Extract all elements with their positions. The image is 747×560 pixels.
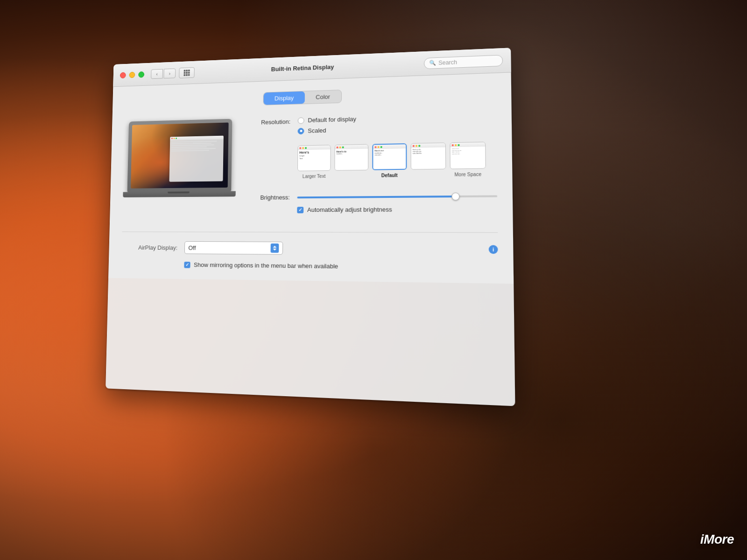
scale-preview-body-5: Here's to the ones who are diff rules. A…	[450, 147, 485, 168]
sp-dot-r	[374, 146, 376, 148]
scale-thumb-default[interactable]: Here's to t troublemai... ones who... De…	[372, 143, 407, 178]
chevron-up-icon	[273, 246, 277, 248]
tab-bar: Display Color	[125, 84, 496, 110]
content-area: Display Color	[108, 72, 514, 284]
mini-close-dot	[171, 138, 173, 139]
back-button[interactable]: ‹	[151, 69, 163, 79]
grid-dot	[188, 70, 190, 71]
airplay-row: AirPlay Display: Off i	[121, 241, 498, 256]
macbook-base	[123, 191, 235, 197]
brightness-slider[interactable]	[297, 195, 498, 198]
resolution-default-radio[interactable]	[298, 117, 304, 124]
mirror-row: Show mirroring options in the menu bar w…	[184, 261, 498, 272]
maximize-button[interactable]	[138, 71, 144, 78]
close-button[interactable]	[120, 72, 126, 78]
scale-options: Here's Larger Text Larger Text	[297, 141, 497, 179]
sp-dot-r	[413, 145, 415, 147]
bottom-section: AirPlay Display: Off i Show mirroring op…	[121, 231, 498, 272]
back-icon: ‹	[156, 71, 158, 76]
search-placeholder-text: Search	[438, 59, 457, 66]
auto-brightness-label: Automatically adjust brightness	[307, 206, 392, 213]
scale-thumb-larger[interactable]: Here's Larger Text Larger Text	[297, 145, 331, 179]
auto-brightness-checkbox[interactable]	[297, 207, 303, 213]
sp-dot-y	[339, 146, 341, 148]
main-section: Resolution: Default for display Scaled	[122, 112, 497, 214]
scale-preview-body: Here's Larger Text	[298, 149, 331, 171]
scale-preview-more-space: Here's to the ones who are diff rules. A…	[450, 142, 486, 169]
brightness-thumb[interactable]	[452, 192, 460, 200]
airplay-dropdown[interactable]: Off	[184, 241, 283, 255]
forward-icon: ›	[169, 70, 171, 76]
scale-preview-body-2: Here's to troublem...	[335, 149, 368, 170]
grid-dot	[186, 74, 188, 76]
mirror-label: Show mirroring options in the menu bar w…	[194, 261, 338, 270]
chevron-down-icon	[273, 249, 276, 251]
minimize-button[interactable]	[129, 71, 135, 77]
grid-dot	[184, 70, 186, 71]
search-icon: 🔍	[429, 60, 436, 66]
scale-preview-medium-small: Here's to the ones who are rules. And th…	[411, 142, 446, 169]
grid-dot	[184, 72, 186, 74]
display-preferences-window: ‹ › Built-in Retina Display 🔍 Search	[106, 48, 515, 406]
resolution-scaled-label: Scaled	[308, 127, 326, 134]
tab-display[interactable]: Display	[264, 91, 305, 105]
sp-dot-y	[416, 145, 417, 147]
resolution-label: Resolution:	[250, 117, 290, 126]
resolution-options: Default for display Scaled	[298, 115, 356, 134]
sp-dot-y	[378, 146, 380, 148]
scale-preview-default: Here's to t troublemai... ones who...	[372, 143, 407, 170]
resolution-row: Resolution: Default for display Scaled	[250, 112, 497, 135]
settings-panel: Resolution: Default for display Scaled	[249, 112, 498, 213]
sp-dot-r	[452, 144, 454, 146]
scale-preview-medium-large: Here's to troublem...	[334, 144, 368, 171]
auto-brightness-row: Automatically adjust brightness	[297, 205, 497, 213]
resolution-scaled-radio[interactable]	[298, 128, 304, 134]
macbook-mini-content	[169, 139, 223, 154]
forward-button[interactable]: ›	[163, 68, 176, 78]
scale-preview-body-4: Here's to the ones who are rules. And th…	[411, 147, 446, 169]
macbook-screen	[131, 123, 229, 189]
grid-dot	[186, 72, 188, 74]
mini-minimize-dot	[173, 138, 175, 139]
airplay-dropdown-value: Off	[188, 244, 267, 252]
scale-label-larger: Larger Text	[303, 174, 326, 179]
all-preferences-button[interactable]	[179, 67, 195, 78]
sp-dot-g	[458, 144, 459, 146]
grid-dot	[183, 74, 185, 76]
scale-label-default: Default	[381, 173, 398, 178]
grid-dot	[188, 74, 190, 76]
info-icon[interactable]: i	[489, 245, 498, 254]
brightness-label: Brightness:	[249, 194, 290, 201]
scale-preview-body-3: Here's to t troublemai... ones who...	[373, 148, 406, 169]
dropdown-arrows-icon	[271, 244, 279, 253]
grid-dot	[186, 70, 188, 71]
airplay-label: AirPlay Display:	[122, 244, 178, 251]
search-box[interactable]: 🔍 Search	[424, 55, 503, 69]
tab-color[interactable]: Color	[305, 90, 341, 104]
mini-maximize-dot	[176, 138, 177, 139]
scale-label-more-space: More Space	[454, 172, 481, 177]
resolution-default-option[interactable]: Default for display	[298, 115, 356, 124]
nav-buttons: ‹ ›	[151, 68, 176, 79]
macbook-screen-window	[169, 135, 224, 182]
scale-thumb-medium-large[interactable]: Here's to troublem...	[334, 144, 368, 179]
sp-dot-r	[337, 146, 338, 148]
window-title: Built-in Retina Display	[271, 63, 334, 73]
macbook-body	[127, 119, 233, 192]
sp-dot-g	[418, 145, 420, 147]
sp-dot-r	[299, 147, 301, 149]
grid-icon	[183, 70, 190, 76]
tab-group: Display Color	[263, 90, 342, 105]
imore-watermark: iMore	[700, 532, 734, 547]
sp-dot-y	[455, 144, 457, 146]
mirror-checkbox[interactable]	[184, 261, 190, 268]
scale-thumb-medium-small[interactable]: Here's to the ones who are rules. And th…	[411, 142, 446, 178]
grid-dot	[188, 71, 190, 73]
sp-dot-g	[381, 146, 382, 148]
sp-dot-g	[305, 147, 307, 149]
sp-dot-g	[342, 146, 344, 148]
brightness-row: Brightness:	[249, 192, 497, 201]
resolution-default-label: Default for display	[308, 115, 356, 123]
scale-thumb-more-space[interactable]: Here's to the ones who are diff rules. A…	[450, 142, 486, 177]
resolution-scaled-option[interactable]: Scaled	[298, 126, 356, 134]
